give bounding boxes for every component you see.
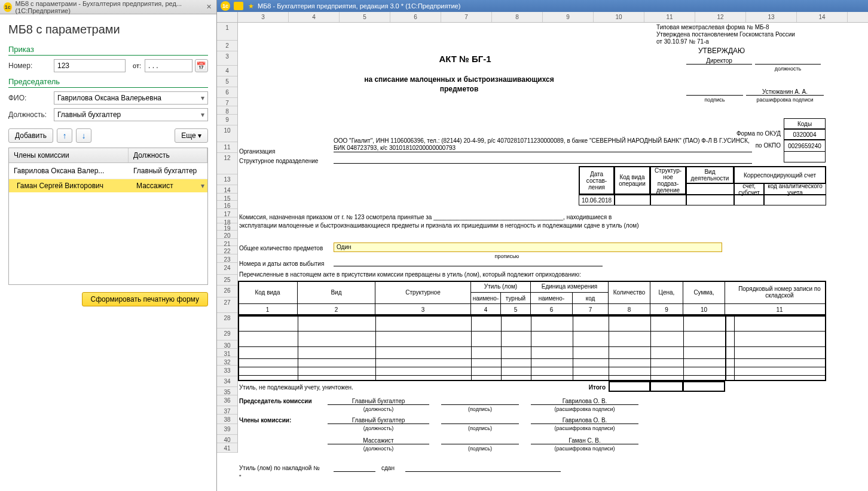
commission-text2: эксплуатации малоценные и быстроизнашива…	[239, 222, 777, 229]
h-corr: Корреспондирующий счет	[734, 166, 826, 184]
itogo-label: Итого	[555, 384, 606, 391]
table-row[interactable]: Гаврилова Оксана Валер... Главный бухгал…	[9, 163, 207, 179]
act-numbers-label: Номера и даты актов выбытия	[239, 260, 324, 267]
post-tiny: должность	[752, 66, 824, 72]
codes-header: Коды	[784, 118, 826, 129]
grid-header-post: Должность	[129, 148, 207, 162]
grid-header-name: Члены комиссии	[9, 148, 129, 162]
date-value: 10.06.2018	[579, 195, 615, 205]
invoice-label: Утиль (лом) по накладной №	[239, 465, 320, 471]
total-items-label: Общее количество предметов	[239, 245, 323, 251]
close-icon[interactable]: ✕	[204, 2, 213, 12]
struct-label: Структурное подразделение	[239, 158, 318, 164]
director-text: Директор	[686, 57, 752, 65]
util-destroy: Утиль, не подлежащий учету, уничтожен.	[239, 384, 353, 391]
section-chairman: Председатель	[8, 77, 208, 88]
okud-value: 0320004	[784, 129, 826, 140]
listed-text: Перечисленные в настоящем акте в присутс…	[239, 271, 777, 278]
h-opcode: Код вида операции	[615, 166, 650, 195]
date-input[interactable]	[145, 59, 192, 72]
h-date: Дата состав-ления	[579, 166, 615, 195]
act-sub1: на списание малоценных и быстроизнашиваю…	[310, 75, 609, 84]
app-icon: 1c	[221, 1, 230, 11]
column-ruler: 3 4 5 6 7 8 9 10 11 12 13 14 15 16	[217, 12, 868, 23]
h-struct: Структур-ное подраз-деление	[650, 166, 686, 195]
h-activity: Вид деятельности	[686, 166, 734, 184]
row-ruler: 1 2 3 4 5 6 7 8 9 10 11 12 13 14 15 16 1…	[217, 23, 238, 453]
table-row[interactable]: Гаман Сергей Викторович Массажист	[9, 179, 207, 192]
act-sub2: предметов	[310, 85, 609, 93]
spreadsheet[interactable]: 3 4 5 6 7 8 9 10 11 12 13 14 15 16 1 2 3…	[217, 12, 868, 491]
section-order: Приказ	[8, 45, 208, 56]
act-title: АКТ № БГ-1	[346, 54, 585, 64]
post-select[interactable]: Главный бухгалтер	[54, 108, 208, 121]
h-analyt: код аналитического учета	[764, 184, 826, 195]
members-label: Члены комиссии:	[239, 417, 291, 424]
right-titlebar: 1c ★ МБ8 - Бухгалтерия предприятия, реда…	[217, 0, 868, 12]
right-title-text: МБ8 - Бухгалтерия предприятия, редакция …	[258, 2, 460, 10]
h-acc: счет, субсчет	[734, 184, 764, 195]
star-icon[interactable]: ★	[248, 2, 254, 10]
dropdown-icon[interactable]	[234, 2, 243, 10]
document-content: Типовая межотраслевая форма № МБ-8 Утвер…	[238, 23, 868, 453]
in-words: прописью	[447, 253, 567, 259]
okpo-value: 0029659240	[784, 140, 826, 152]
commission-text1: Комиссия, назначенная приказом от г. № 1…	[239, 214, 777, 220]
label-fio: ФИО:	[8, 94, 50, 102]
page-title: МБ8 с параметрами	[8, 23, 208, 36]
chair-label: Председатель комиссии	[239, 398, 312, 404]
left-titlebar: 1c МБ8 с параметрами - Бухгалтерия предп…	[0, 0, 216, 14]
app-icon: 1c	[4, 2, 12, 12]
org-text: ООО "Гиалит", ИНН 1106006396, тел.: (821…	[334, 137, 752, 152]
add-button[interactable]: Добавить	[8, 128, 53, 143]
left-title-text: МБ8 с параметрами - Бухгалтерия предприя…	[16, 0, 205, 14]
approved-by-text: Утверждена постановлением Госкомстата Ро…	[656, 31, 824, 38]
members-grid[interactable]: Члены комиссии Должность Гаврилова Оксан…	[8, 148, 208, 285]
more-button[interactable]: Еще ▾	[175, 128, 208, 143]
move-down-icon[interactable]: ↓	[76, 128, 91, 143]
move-up-icon[interactable]: ↑	[57, 128, 72, 143]
org-label: Организация	[239, 148, 275, 155]
form-okud-label: Форма по ОКУД	[710, 130, 781, 137]
label-post: Должность:	[8, 111, 50, 119]
calendar-icon[interactable]: 📅	[195, 59, 208, 72]
form-type-text: Типовая межотраслевая форма № МБ-8	[656, 24, 824, 30]
approve-text: УТВЕРЖДАЮ	[698, 47, 745, 55]
total-items-value[interactable]: Один	[334, 243, 722, 252]
label-number: Номер:	[8, 62, 50, 70]
approved-date-text: от 30.10.97 № 71-а	[656, 38, 824, 45]
generate-button[interactable]: Сформировать печатную форму	[82, 292, 208, 306]
label-from: от:	[133, 62, 141, 69]
fio-select[interactable]: Гаврилова Оксана Валерьевна	[54, 91, 208, 105]
number-input[interactable]	[54, 59, 126, 72]
decipher-name: Устюжанин А. А.	[746, 88, 824, 96]
